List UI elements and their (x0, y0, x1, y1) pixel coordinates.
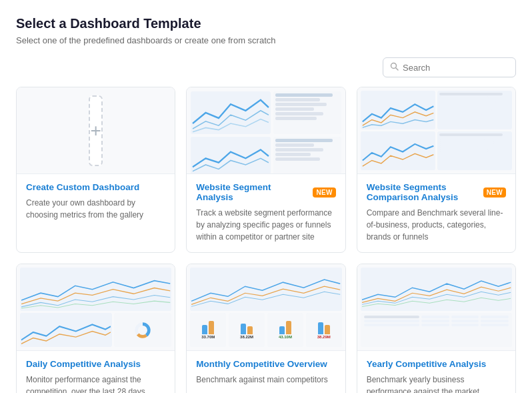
card-title-yearly: Yearly Competitive Analysis (367, 359, 487, 369)
card-title-row-yearly: Yearly Competitive Analysis (367, 359, 506, 369)
segment-top-row (191, 91, 341, 134)
card-title-daily: Daily Competitive Analysis (26, 359, 141, 369)
card-body-comparison: Website Segments Comparison Analysis NEW… (357, 174, 515, 252)
comp-block-2 (437, 91, 512, 129)
card-yearly[interactable]: Yearly Competitive Analysis Benchmark ye… (357, 264, 516, 393)
metric-num-2: 38.22M (240, 335, 253, 339)
card-body-yearly: Yearly Competitive Analysis Benchmark ye… (357, 351, 515, 393)
card-preview-segment (187, 87, 345, 174)
card-comparison[interactable]: Website Segments Comparison Analysis NEW… (357, 87, 516, 253)
daily-donut (114, 313, 171, 347)
metric-num-3: 43.10M (279, 335, 292, 339)
search-input[interactable] (403, 63, 509, 73)
card-body-daily: Daily Competitive Analysis Monitor perfo… (17, 351, 175, 393)
comp-block-3 (361, 131, 435, 170)
metric-box-1: 33.70M (190, 313, 226, 347)
page-subtitle: Select one of the predefined dashboards … (16, 35, 516, 45)
page-title: Select a Dashboard Template (16, 16, 516, 31)
cards-grid: + Create Custom Dashboard Create your ow… (16, 87, 516, 393)
badge-new-comparison: NEW (483, 187, 506, 198)
metric-box-4: 38.29M (306, 313, 342, 347)
card-title-create-custom: Create Custom Dashboard (26, 182, 139, 192)
card-daily[interactable]: Daily Competitive Analysis Monitor perfo… (16, 264, 175, 393)
card-desc-segment: Track a website segment performance by a… (196, 207, 335, 243)
search-icon (390, 61, 399, 73)
card-title-segment: Website Segment Analysis (196, 182, 307, 202)
card-preview-daily (17, 264, 175, 351)
comp-block-1 (361, 91, 435, 129)
monthly-chart-top (190, 268, 341, 311)
card-body-monthly: Monthly Competitive Overview Benchmark a… (187, 351, 345, 393)
card-title-row-comparison: Website Segments Comparison Analysis NEW (367, 182, 506, 202)
daily-preview-container (17, 264, 175, 350)
card-body-create-custom: Create Custom Dashboard Create your own … (17, 174, 175, 252)
plus-icon: + (90, 120, 101, 141)
segment-table-right (273, 91, 341, 134)
yearly-table-bottom (361, 313, 512, 347)
search-wrapper (383, 57, 516, 77)
card-title-row-segment: Website Segment Analysis NEW (196, 182, 335, 202)
segment-bottom-row (191, 137, 341, 174)
card-preview-monthly: 33.70M 38.22M (187, 264, 345, 351)
card-desc-create-custom: Create your own dashboard by choosing me… (26, 197, 165, 221)
search-bar-row (16, 57, 516, 77)
monthly-preview-container: 33.70M 38.22M (187, 264, 345, 350)
card-title-row: Create Custom Dashboard (26, 182, 165, 192)
metric-box-3: 43.10M (267, 313, 303, 347)
segment-chart-bl (191, 137, 271, 174)
card-preview-yearly (357, 264, 515, 351)
card-desc-monthly: Benchmark against main competitors (196, 374, 335, 386)
daily-chart-top (20, 268, 171, 311)
metric-num-4: 38.29M (317, 335, 331, 339)
comp-block-4 (437, 131, 512, 170)
card-body-segment: Website Segment Analysis NEW Track a web… (187, 174, 345, 252)
card-desc-yearly: Benchmark yearly business performance ag… (367, 374, 506, 393)
card-preview-create-custom: + (17, 87, 175, 174)
page-container: Select a Dashboard Template Select one o… (0, 0, 532, 393)
card-title-comparison: Website Segments Comparison Analysis (367, 182, 478, 202)
daily-bottom-area (20, 313, 171, 347)
badge-new-segment: NEW (313, 187, 335, 198)
daily-bottom-chart (20, 313, 112, 347)
card-title-monthly: Monthly Competitive Overview (196, 359, 327, 369)
metric-num-1: 33.70M (201, 335, 215, 339)
card-create-custom[interactable]: + Create Custom Dashboard Create your ow… (16, 87, 175, 253)
card-preview-comparison (357, 87, 515, 174)
metric-box-2: 38.22M (229, 313, 265, 347)
segment-chart-left (191, 91, 271, 134)
yearly-chart-top (361, 268, 512, 311)
card-desc-comparison: Compare and Benchmark several line-of-bu… (367, 207, 506, 243)
yearly-preview-container (357, 264, 515, 350)
card-website-segment[interactable]: Website Segment Analysis NEW Track a web… (186, 87, 345, 253)
card-desc-daily: Monitor performance against the competit… (26, 374, 165, 393)
svg-line-1 (396, 68, 399, 71)
segment-table-br (273, 137, 341, 174)
segment-preview-container (187, 87, 345, 173)
dashed-preview: + (89, 95, 102, 166)
card-title-row-daily: Daily Competitive Analysis (26, 359, 165, 369)
card-title-row-monthly: Monthly Competitive Overview (196, 359, 335, 369)
monthly-bottom-row: 33.70M 38.22M (190, 313, 341, 347)
comparison-preview-container (357, 87, 515, 173)
card-monthly[interactable]: 33.70M 38.22M (186, 264, 345, 393)
